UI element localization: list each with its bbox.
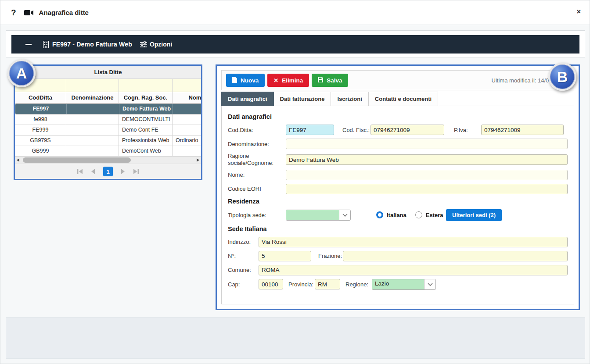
delete-button[interactable]: ✕ Elimina: [267, 74, 309, 87]
cell-ragsoc[interactable]: Professionista Web: [119, 136, 173, 146]
ragione-sociale-field[interactable]: [286, 154, 568, 165]
tab-dati-anagrafici[interactable]: Dati anagrafici: [221, 92, 274, 106]
radio-estera-label: Estera: [426, 212, 443, 218]
comune-label: Comune:: [228, 267, 259, 273]
tab-contatti-documenti[interactable]: Contatti e documenti: [369, 92, 438, 106]
numero-field[interactable]: [259, 251, 311, 261]
cell-codditta[interactable]: GB979S: [15, 136, 66, 146]
nome-field[interactable]: [286, 170, 568, 180]
cell-ragsoc[interactable]: DemoCont Web: [119, 146, 173, 157]
frazione-field[interactable]: [343, 251, 568, 261]
table-row[interactable]: fe998 DEMOCONTMULTI: [15, 114, 202, 125]
collapse-icon[interactable]: [25, 44, 32, 45]
codice-eori-field[interactable]: [286, 184, 568, 194]
new-button[interactable]: Nuova: [226, 74, 265, 87]
cell-denominazione[interactable]: [66, 125, 119, 136]
tipologia-sede-select[interactable]: [286, 210, 351, 221]
cell-nome[interactable]: Ordinario: [173, 136, 202, 146]
scrollbar-thumb[interactable]: [23, 157, 131, 163]
cell-ragsoc[interactable]: DEMOCONTMULTI: [119, 114, 173, 125]
column-header[interactable]: Cogn. Rag. Soc.: [119, 92, 173, 103]
cell-nome[interactable]: [173, 146, 202, 157]
ulteriori-sedi-button[interactable]: Ulteriori sedi (2): [446, 209, 502, 221]
cell-nome[interactable]: [173, 114, 202, 125]
section-heading-sede-italiana: Sede Italiana: [228, 225, 568, 232]
cell-nome[interactable]: [173, 125, 202, 136]
comune-field[interactable]: [259, 265, 568, 275]
filter-row: [15, 79, 202, 92]
pagination: 1: [15, 164, 201, 179]
company-bar[interactable]: FE997 - Demo Fattura Web Opzioni: [11, 35, 579, 54]
filter-cell[interactable]: [66, 79, 119, 92]
filter-cell[interactable]: [119, 79, 173, 92]
options-button[interactable]: Opzioni: [150, 41, 172, 48]
codice-eori-label: Codice EORI: [228, 186, 286, 192]
save-button[interactable]: Salva: [312, 74, 348, 87]
cell-nome[interactable]: [173, 104, 202, 114]
company-detail-panel: Nuova ✕ Elimina Salva Ultima modifica il…: [216, 64, 580, 310]
column-header[interactable]: CodDitta: [15, 92, 66, 103]
horizontal-scrollbar[interactable]: [15, 157, 201, 164]
video-camera-icon[interactable]: [24, 10, 34, 16]
table-row[interactable]: GB999 DemoCont Web: [15, 146, 202, 157]
table-row-selected[interactable]: FE997 Demo Fattura Web: [15, 103, 202, 114]
radio-estera[interactable]: [415, 211, 422, 218]
denominazione-field[interactable]: [286, 139, 568, 149]
column-header[interactable]: Nome: [173, 92, 202, 103]
cell-codditta[interactable]: fe998: [15, 114, 66, 125]
cell-codditta[interactable]: FE999: [15, 125, 66, 136]
cell-codditta[interactable]: FE997: [15, 104, 67, 114]
cell-ragsoc[interactable]: Demo Cont FE: [119, 125, 173, 136]
cell-ragsoc[interactable]: Demo Fattura Web: [119, 104, 173, 114]
regione-select[interactable]: Lazio: [372, 279, 436, 290]
piva-label: P.Iva:: [454, 127, 481, 133]
chevron-down-icon: [424, 279, 435, 289]
help-icon[interactable]: ?: [11, 8, 16, 18]
footer-area: [6, 317, 585, 359]
company-title: FE997 - Demo Fattura Web: [52, 41, 132, 48]
cell-denominazione[interactable]: [66, 114, 119, 125]
sliders-icon: [140, 41, 147, 47]
table-header-row: CodDitta Denominazione Cogn. Rag. Soc. N…: [15, 92, 202, 103]
scroll-left-icon[interactable]: [17, 158, 19, 162]
indirizzo-field[interactable]: [259, 237, 568, 247]
cell-denominazione[interactable]: [66, 136, 119, 146]
page-title: Anagrafica ditte: [39, 9, 89, 16]
tipologia-sede-label: Tipologia sede:: [228, 212, 286, 218]
callout-badge-a: A: [7, 59, 36, 87]
table-row[interactable]: FE999 Demo Cont FE: [15, 125, 202, 136]
tab-dati-fatturazione[interactable]: Dati fatturazione: [274, 92, 331, 106]
company-list-panel: Lista Ditte CodDitta Denominazione Cogn.…: [14, 64, 202, 180]
column-header[interactable]: Denominazione: [66, 92, 119, 103]
cap-field[interactable]: [259, 279, 283, 289]
table-row[interactable]: GB979S Professionista Web Ordinario: [15, 136, 202, 146]
chevron-down-icon: [339, 210, 350, 220]
form-content: Dati anagrafici Cod.Ditta: Cod. Fisc.: P…: [221, 106, 574, 304]
prev-page-icon[interactable]: [91, 169, 95, 174]
radio-italiana[interactable]: [376, 211, 383, 218]
piva-field[interactable]: [481, 125, 564, 135]
current-page-button[interactable]: 1: [103, 167, 113, 176]
provincia-label: Provincia:: [288, 281, 315, 288]
filter-cell[interactable]: [173, 79, 202, 92]
cod-fisc-field[interactable]: [371, 125, 444, 135]
radio-italiana-label: Italiana: [387, 212, 407, 218]
last-page-icon[interactable]: [133, 169, 139, 174]
next-page-icon[interactable]: [121, 169, 125, 174]
first-page-icon[interactable]: [77, 169, 83, 174]
x-icon: ✕: [273, 77, 278, 84]
denominazione-label: Denominazione:: [228, 141, 286, 147]
frazione-label: Frazione:: [318, 253, 343, 259]
ragione-sociale-label: Ragione sociale/Cognome:: [228, 153, 286, 167]
cell-denominazione[interactable]: [66, 146, 119, 157]
cell-denominazione[interactable]: [67, 104, 119, 114]
cell-codditta[interactable]: GB999: [15, 146, 66, 157]
numero-label: N°:: [228, 253, 259, 259]
provincia-field[interactable]: [315, 279, 340, 289]
cod-ditta-field[interactable]: [286, 125, 334, 135]
tab-iscrizioni[interactable]: Iscrizioni: [331, 92, 368, 106]
cod-fisc-label: Cod. Fisc.:: [342, 127, 371, 133]
indirizzo-label: Indirizzo:: [228, 239, 259, 245]
scroll-right-icon[interactable]: [197, 158, 199, 162]
close-icon[interactable]: ×: [577, 8, 581, 15]
